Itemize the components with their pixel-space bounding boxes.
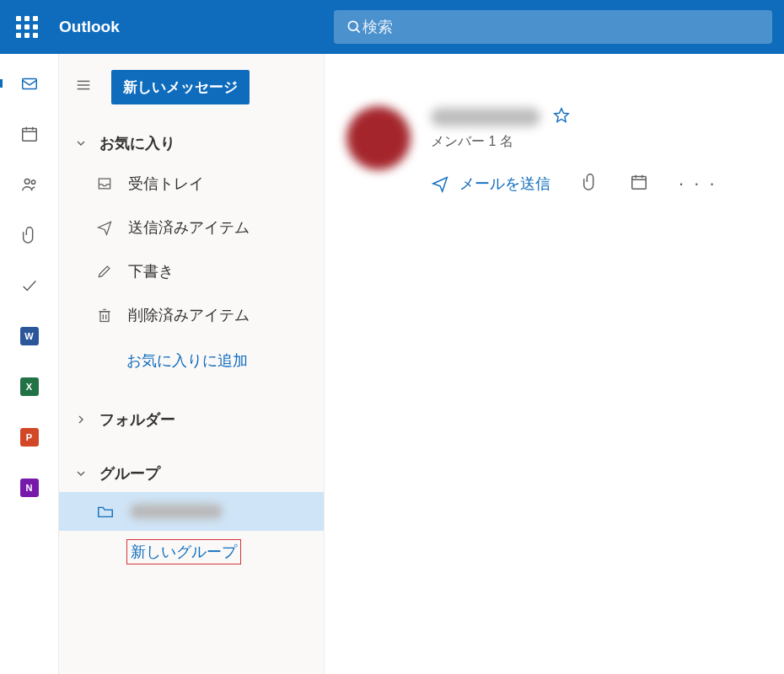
inbox-icon [96,175,113,192]
rail-powerpoint[interactable]: P [0,428,59,447]
add-to-favorites-link[interactable]: お気に入りに追加 [59,337,324,384]
folders-header[interactable]: フォルダー [59,401,324,438]
svg-rect-3 [22,129,36,142]
hamburger-icon [74,76,93,94]
svg-point-7 [24,179,30,184]
drafts-label: 下書き [128,261,174,281]
rail-calendar[interactable] [0,125,59,143]
inbox-label: 受信トレイ [128,174,204,194]
calendar-icon [630,173,648,191]
favorites-header[interactable]: お気に入り [59,125,324,162]
group-avatar [346,106,411,170]
nav-toggle-button[interactable] [74,76,93,98]
sent-label: 送信済みアイテム [128,217,250,238]
pencil-icon [96,263,113,280]
people-icon [20,175,39,194]
group-members-count: メンバー 1 名 [431,133,717,151]
powerpoint-icon: P [20,428,39,447]
app-title: Outlook [59,18,120,36]
favorites-label: お気に入り [99,133,175,153]
send-icon [431,174,449,193]
groups-header[interactable]: グループ [59,455,324,492]
rail-excel[interactable]: X [0,377,59,396]
rail-people[interactable] [0,175,59,194]
chevron-down-icon [74,467,88,480]
attachment-icon [20,226,39,244]
trash-icon [96,307,113,324]
search-input[interactable] [362,19,760,36]
search-box[interactable] [334,10,772,44]
svg-marker-17 [555,109,569,122]
chevron-right-icon [74,413,88,426]
more-actions-button[interactable]: · · · [679,173,717,195]
group-files-button[interactable] [581,173,599,195]
send-mail-button[interactable]: メールを送信 [431,174,550,194]
group-title-redacted [431,108,540,126]
excel-icon: X [20,377,39,396]
star-icon [552,106,571,125]
send-mail-label: メールを送信 [459,174,550,194]
checkmark-icon [20,276,39,295]
svg-line-1 [357,29,360,33]
attachment-icon [581,173,599,191]
mail-icon [20,74,39,93]
inbox-folder[interactable]: 受信トレイ [59,162,324,206]
onenote-icon: N [20,479,39,497]
folder-pane: 新しいメッセージ お気に入り 受信トレイ 送信済みアイテム 下書き 削除済みアイ… [59,54,325,674]
group-calendar-button[interactable] [630,173,648,195]
groups-label: グループ [99,463,160,484]
app-header: Outlook [0,0,784,54]
svg-point-8 [31,180,35,184]
svg-point-0 [348,21,357,30]
search-icon [346,19,362,35]
deleted-label: 削除済みアイテム [128,305,250,325]
favorite-star-button[interactable] [552,106,571,128]
send-icon [96,219,113,236]
chevron-down-icon [74,136,88,150]
svg-rect-12 [100,312,109,322]
rail-todo[interactable] [0,276,59,295]
rail-word[interactable]: W [0,327,59,345]
rail-files[interactable] [0,226,59,244]
svg-rect-18 [632,177,647,190]
new-group-link[interactable]: 新しいグループ [126,539,241,564]
app-launcher-button[interactable] [0,0,54,54]
waffle-icon [16,16,38,38]
word-icon: W [20,327,39,345]
reading-pane: メンバー 1 名 メールを送信 · · · [325,54,784,674]
svg-rect-2 [22,79,36,89]
group-header: メンバー 1 名 メールを送信 · · · [346,79,762,195]
group-item-selected[interactable] [59,492,324,531]
group-name-redacted [130,504,223,519]
folder-icon [96,502,115,521]
rail-onenote[interactable]: N [0,479,59,497]
folders-label: フォルダー [99,409,175,430]
sent-folder[interactable]: 送信済みアイテム [59,206,324,249]
calendar-icon [20,125,39,143]
left-rail: W X P N [0,54,59,674]
rail-mail[interactable] [0,74,59,93]
drafts-folder[interactable]: 下書き [59,249,324,293]
new-message-button[interactable]: 新しいメッセージ [111,70,250,104]
deleted-folder[interactable]: 削除済みアイテム [59,293,324,337]
